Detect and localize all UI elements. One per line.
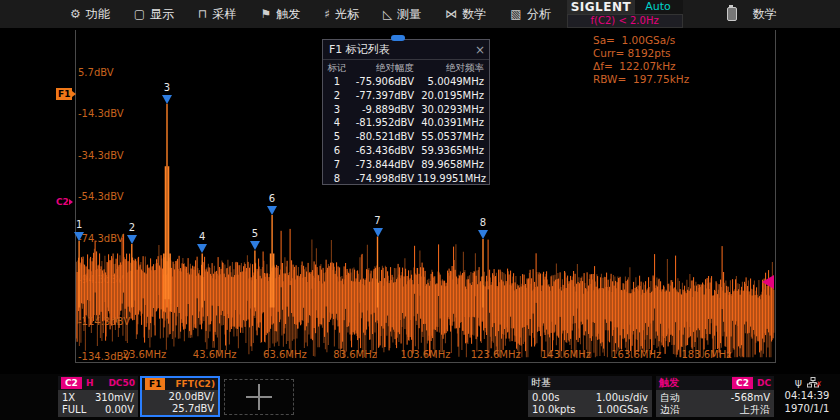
network-icon: ✗ <box>807 377 819 388</box>
trigger-box[interactable]: 触发 C2 DC 自动-568mV边沿上升沿 <box>656 376 774 417</box>
y-tick-label: -74.3dBV <box>78 232 124 243</box>
x-tick-label: 103.6MHz <box>400 349 450 360</box>
y-tick-label: -14.3dBV <box>78 108 124 119</box>
c2-position-badge[interactable]: C2 <box>56 196 69 208</box>
peak-marker-3[interactable] <box>162 95 172 104</box>
x-axis-line <box>75 362 776 363</box>
marker-row-1: 1-75.906dBV5.0049MHz <box>323 75 489 89</box>
marker-row-5: 5-80.521dBV55.0537MHz <box>323 130 489 144</box>
clock-box[interactable]: ψ ✗ 04:14:39 1970/1/1 <box>778 376 836 417</box>
y-tick-label: -114.3dBV <box>78 315 130 326</box>
siglent-logo: SIGLENT <box>567 0 636 14</box>
acquisition-mode-label: Auto <box>645 0 671 14</box>
peak-marker-number: 8 <box>473 217 493 228</box>
math-f1-box[interactable]: F1 FFT(C2) 20.0dBV/25.7dBV <box>140 376 220 417</box>
marker-table-rows: 1-75.906dBV5.0049MHz2-77.397dBV20.0195MH… <box>323 75 489 185</box>
usb-icon: ψ <box>795 376 802 389</box>
menu-item-数学[interactable]: ⋈数学 <box>433 0 498 28</box>
y-tick-label: -54.3dBV <box>78 191 124 202</box>
trigger-source-badge: C2 <box>732 377 753 389</box>
peak-marker-4[interactable] <box>197 244 207 253</box>
status-row: 10.0kpts1.00GSa/s <box>532 404 648 415</box>
math-icon: ⋈ <box>445 8 457 20</box>
close-icon[interactable]: × <box>471 43 489 57</box>
peak-marker-number: 6 <box>262 193 282 204</box>
x-tick-label: 163.6MHz <box>611 349 661 360</box>
trigger-level-arrow[interactable] <box>762 275 774 289</box>
peak-marker-number: 1 <box>69 219 89 230</box>
timebase-box[interactable]: 时基 0.00s1.00us/div10.0kpts1.00GSa/s <box>528 376 652 417</box>
marker-row-7: 7-73.844dBV89.9658MHz <box>323 158 489 172</box>
measure-icon: ◺ <box>383 8 392 20</box>
peak-marker-number: 3 <box>157 82 177 93</box>
display-icon: ▢ <box>134 8 145 20</box>
c2-channel-badge: C2 <box>61 377 82 389</box>
x-tick-label: 23.6MHz <box>123 349 167 360</box>
y-tick-label: 5.7dBV <box>78 66 114 77</box>
status-row: FULL0.00V <box>62 404 134 415</box>
x-tick-label: 143.6MHz <box>541 349 591 360</box>
f1-badge: F1 <box>145 378 165 390</box>
status-row: 1X310mV/ <box>62 392 134 403</box>
marker-row-2: 2-77.397dBV20.0195MHz <box>323 89 489 103</box>
battery-icon <box>727 7 737 21</box>
marker-row-8: 8-74.998dBV119.9951MHz <box>323 172 489 186</box>
x-tick-label: 63.6MHz <box>263 349 307 360</box>
top-menu-bar: ⚙功能▢显示⊓采样⚑触发♯光标◺测量⋈数学▧分析 SIGLENT Auto f(… <box>0 0 840 28</box>
peak-marker-2[interactable] <box>127 235 137 244</box>
oscilloscope-screen: ⚙功能▢显示⊓采样⚑触发♯光标◺测量⋈数学▧分析 SIGLENT Auto f(… <box>0 0 840 420</box>
status-row: 25.7dBV <box>146 403 214 414</box>
network-disconnected-icon: ✗ <box>815 381 822 389</box>
y-tick-label: -34.3dBV <box>78 149 124 160</box>
c2-coupling: DC50 <box>108 378 135 388</box>
clock-date: 1970/1/1 <box>778 402 836 415</box>
x-tick-label: 183.6MHz <box>681 349 731 360</box>
peak-marker-7[interactable] <box>373 228 383 237</box>
popup-title: F1 标记列表 <box>329 42 471 57</box>
trigger-flag-icon: ⚑ <box>260 8 271 20</box>
x-tick-label: 83.6MHz <box>333 349 377 360</box>
status-row: 0.00s1.00us/div <box>532 392 648 403</box>
menu-item-测量[interactable]: ◺测量 <box>371 0 433 28</box>
peak-marker-number: 2 <box>122 222 142 233</box>
x-tick-label: 123.6MHz <box>471 349 521 360</box>
c2-bw-limit: H <box>86 378 94 388</box>
current-app-menu[interactable]: 数学 <box>753 6 777 23</box>
popup-drag-handle[interactable] <box>391 35 405 41</box>
f1-function-label: FFT(C2) <box>175 379 215 389</box>
add-channel-button[interactable] <box>224 379 294 415</box>
peak-marker-6[interactable] <box>267 206 277 215</box>
menu-item-采样[interactable]: ⊓采样 <box>186 0 248 28</box>
menu-item-光标[interactable]: ♯光标 <box>312 0 371 28</box>
status-bar: C2 H DC50 1X310mV/FULL0.00V F1 FFT(C2) 2… <box>0 374 840 420</box>
marker-list-popup: F1 标记列表 × 标记绝对幅度绝对频率 1-75.906dBV5.0049MH… <box>322 39 490 185</box>
peak-marker-5[interactable] <box>250 241 260 250</box>
channel-c2-box[interactable]: C2 H DC50 1X310mV/FULL0.00V <box>58 376 138 417</box>
gear-icon: ⚙ <box>70 8 81 20</box>
clock-time: 04:14:39 <box>778 389 836 402</box>
brand-block[interactable]: SIGLENT Auto f(C2) < 2.0Hz <box>567 0 683 28</box>
marker-col-1: 绝对幅度 <box>351 60 417 75</box>
menu-item-触发[interactable]: ⚑触发 <box>248 0 312 28</box>
menu-item-显示[interactable]: ▢显示 <box>122 0 186 28</box>
status-row: 边沿上升沿 <box>660 404 770 415</box>
marker-row-6: 6-63.436dBV59.9365MHz <box>323 144 489 158</box>
marker-table-header: 标记绝对幅度绝对频率 <box>323 60 489 75</box>
peak-marker-1[interactable] <box>74 232 84 241</box>
status-row: 自动-568mV <box>660 392 770 403</box>
plus-icon <box>246 384 272 410</box>
acquisition-info: Sa= 1.00GSa/s Curr= 8192pts Δf= 122.07kH… <box>593 34 689 86</box>
right-axis-line <box>775 30 776 363</box>
marker-row-4: 4-81.952dBV40.0391MHz <box>323 116 489 130</box>
peak-marker-number: 4 <box>192 231 212 242</box>
timebase-title: 时基 <box>531 376 551 390</box>
peak-marker-8[interactable] <box>478 230 488 239</box>
x-tick-label: 43.6MHz <box>193 349 237 360</box>
trigger-title: 触发 <box>659 376 679 390</box>
f1-position-badge[interactable]: F1 <box>56 88 72 100</box>
menu-item-功能[interactable]: ⚙功能 <box>58 0 122 28</box>
menu-item-分析[interactable]: ▧分析 <box>498 0 562 28</box>
marker-col-0: 标记 <box>323 60 351 75</box>
marker-row-3: 3-9.889dBV30.0293MHz <box>323 103 489 117</box>
status-row: 20.0dBV/ <box>146 391 214 402</box>
